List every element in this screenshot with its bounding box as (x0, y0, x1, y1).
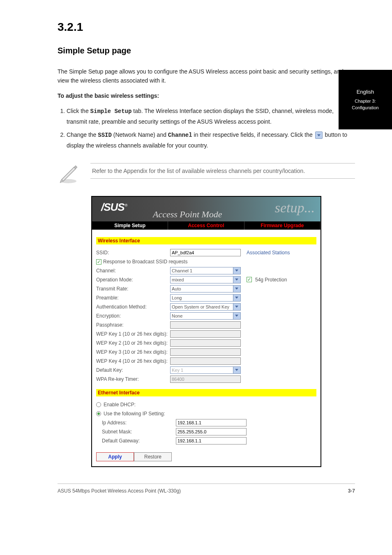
mode-label: Access Point Mode (153, 209, 222, 220)
tab-chapter: Chapter 3: Configuration (339, 98, 392, 111)
chevron-down-icon (233, 367, 240, 373)
wep1-label: WEP Key 1 (10 or 26 hex digits): (96, 331, 170, 337)
defkey-label: Default Key: (96, 367, 170, 373)
chevron-down-icon (233, 304, 240, 310)
wep3-label: WEP Key 3 (10 or 26 hex digits): (96, 349, 170, 355)
channel-select[interactable]: Channel 1 (170, 267, 241, 274)
defkey-select[interactable]: Key 1 (170, 366, 241, 374)
chevron-down-icon (233, 286, 240, 292)
steps-list: Click the Simple Setup tab. The Wireless… (58, 106, 355, 151)
tab-simple-setup[interactable]: Simple Setup (92, 221, 168, 230)
footer-left: ASUS 54Mbps Pocket Wireless Access Point… (58, 488, 181, 494)
note-pen-icon (58, 163, 79, 184)
opmode-label: Operation Mode: (96, 277, 170, 283)
dhcp-label: Enable DHCP: (104, 402, 136, 408)
wpa-input[interactable] (170, 375, 241, 383)
wep2-input[interactable] (170, 339, 241, 347)
chevron-down-icon (233, 295, 240, 301)
ethernet-interface-header: Ethernet Interface (96, 389, 316, 396)
wep3-input[interactable] (170, 348, 241, 356)
54g-label: 54g Protection (255, 277, 287, 283)
wpa-label: WPA Re-key Timer: (96, 376, 170, 382)
broadcast-checkbox[interactable]: ✓ (96, 259, 101, 265)
dhcp-radio[interactable] (96, 402, 101, 407)
chevron-down-icon (233, 276, 240, 283)
setup-label: setup... (275, 200, 315, 216)
tab-row: Simple Setup Access Control Firmware Upg… (92, 221, 321, 230)
tab-access-control[interactable]: Access Control (168, 221, 244, 230)
ssid-label: SSID: (96, 250, 170, 256)
section-number: 3.2.1 (58, 21, 355, 34)
broadcast-label: Response to Broadcast SSID requests (103, 259, 187, 265)
embedded-screenshot: /SUS® Access Point Mode setup... Simple … (91, 196, 321, 467)
preamble-select[interactable]: Long (170, 294, 241, 302)
wep2-label: WEP Key 2 (10 or 26 hex digits): (96, 340, 170, 346)
asus-logo: /SUS® (101, 201, 127, 214)
opmode-select[interactable]: mixed (170, 276, 241, 283)
gw-label: Default Gateway: (96, 438, 176, 444)
enc-select[interactable]: None (170, 312, 241, 320)
enc-label: Encryption: (96, 313, 170, 319)
auth-select[interactable]: Open System or Shared Key (170, 303, 241, 311)
ssid-input[interactable] (170, 249, 241, 256)
mask-input[interactable] (176, 428, 247, 435)
tab-language: English (357, 88, 374, 96)
banner: /SUS® Access Point Mode setup... (92, 197, 321, 221)
section-title: Simple Setup page (58, 46, 355, 55)
wep4-input[interactable] (170, 357, 241, 365)
gw-input[interactable] (176, 437, 247, 444)
static-ip-label: Use the following IP Setting: (104, 411, 165, 417)
associated-stations-link[interactable]: Associated Stations (247, 250, 290, 256)
wep1-input[interactable] (170, 330, 241, 338)
step-2: Change the SSID (Network Name) and Chann… (67, 130, 355, 151)
footer-right: 3-7 (348, 488, 355, 494)
pass-label: Passphrase: (96, 322, 170, 328)
txrate-select[interactable]: Auto (170, 285, 241, 292)
ip-input[interactable] (176, 419, 247, 426)
preamble-label: Preamble: (96, 295, 170, 301)
wep4-label: WEP Key 4 (10 or 26 hex digits): (96, 358, 170, 364)
page-footer: ASUS 54Mbps Pocket Wireless Access Point… (58, 484, 355, 494)
channel-label: Channel: (96, 268, 170, 274)
step-1: Click the Simple Setup tab. The Wireless… (67, 106, 355, 127)
note-text: Refer to the Appendix for the list of av… (90, 163, 355, 179)
steps-heading: To adjust the basic wireless settings: (58, 91, 355, 100)
ip-label: Ip Address: (96, 420, 176, 426)
tab-firmware-upgrade[interactable]: Firmware Upgrade (244, 221, 321, 230)
apply-button[interactable]: Apply (96, 452, 134, 461)
auth-label: Authentication Method: (96, 304, 170, 310)
txrate-label: Transmit Rate: (96, 286, 170, 292)
dropdown-chevron-icon (315, 131, 323, 139)
mask-label: Subnet Mask: (96, 429, 176, 435)
wireless-interface-header: Wireless Interface (96, 237, 316, 244)
54g-checkbox[interactable]: ✓ (247, 277, 252, 282)
side-chapter-tab: English Chapter 3: Configuration (339, 70, 392, 129)
chevron-down-icon (233, 267, 240, 274)
passphrase-input[interactable] (170, 321, 241, 329)
chevron-down-icon (233, 313, 240, 319)
intro-paragraph: The Simple Setup page allows you to conf… (58, 67, 355, 85)
restore-button[interactable]: Restore (134, 452, 172, 461)
static-ip-radio[interactable] (96, 411, 101, 416)
